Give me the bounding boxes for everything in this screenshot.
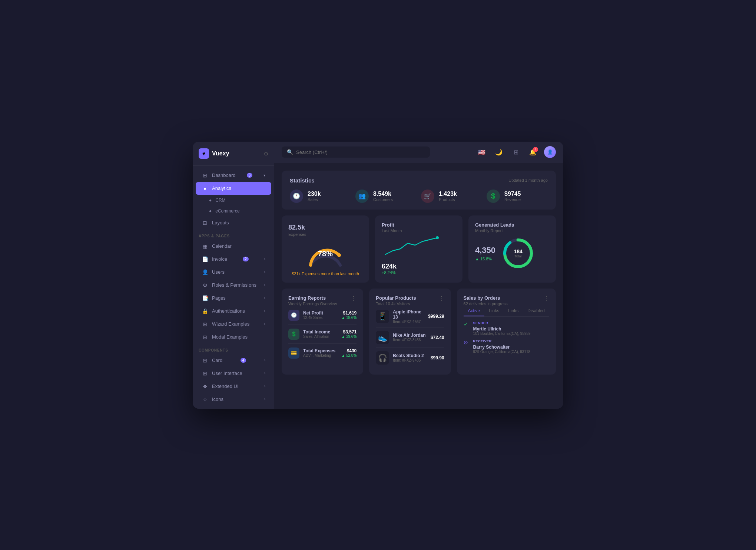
- dashboard-badge: 3: [247, 173, 253, 178]
- flag-icon[interactable]: 🇺🇸: [476, 146, 488, 158]
- sidebar-item-layouts[interactable]: ⊟ Layouts: [196, 217, 271, 229]
- products-menu-icon[interactable]: ⋮: [438, 295, 444, 302]
- header-actions: 🇺🇸 🌙 ⊞ 🔔 4 👤: [476, 146, 556, 158]
- popular-products-card: Popular Products Total 10.4k Visitors ⋮ …: [369, 289, 451, 375]
- stat-info: $9745 Revenue: [504, 191, 521, 202]
- chevron-right-icon: ›: [264, 270, 265, 274]
- stat-sales: 🕐 230k Sales: [290, 190, 351, 203]
- tab-active[interactable]: Active: [464, 306, 485, 316]
- statistics-updated: Updated 1 month ago: [508, 178, 548, 182]
- notification-icon[interactable]: 🔔 4: [527, 146, 539, 158]
- earning-expenses-icon: 💳: [288, 348, 299, 359]
- sidebar-item-card[interactable]: ⊟ Card 4 ›: [196, 354, 271, 367]
- product-info: Apple iPhone 13 Item: #FXZ-4567: [393, 309, 424, 324]
- grid-icon[interactable]: ⊞: [510, 146, 522, 158]
- earning-item-expenses: 💳 Total Expenses ADVT, Marketing $430 ▲ …: [288, 344, 357, 362]
- sender-address: 101 Boulder, California(CA), 95959: [473, 332, 531, 336]
- sender-label: SENDER: [473, 321, 531, 325]
- sales-title: Sales by Orders: [464, 295, 508, 301]
- sidebar-item-label: Icons: [212, 396, 223, 402]
- sidebar-item-modal[interactable]: ⊟ Modal Examples: [196, 331, 271, 343]
- sender-info: SENDER Myrtle Ullrich 101 Boulder, Calif…: [473, 321, 531, 336]
- sidebar-item-label: User Interface: [212, 370, 242, 376]
- header: 🔍 🇺🇸 🌙 ⊞ 🔔 4 👤: [274, 142, 563, 163]
- chevron-right-icon: ›: [264, 296, 265, 300]
- tab-disabled[interactable]: Disabled: [523, 306, 549, 316]
- chevron-right-icon: ›: [264, 384, 265, 388]
- sidebar-item-roles[interactable]: ⚙ Roles & Permissions ›: [196, 279, 271, 292]
- theme-toggle-icon[interactable]: 🌙: [493, 146, 505, 158]
- stat-value: 230k: [308, 191, 321, 197]
- sidebar-item-analytics[interactable]: ● Analytics: [196, 182, 271, 195]
- products-header: Popular Products Total 10.4k Visitors ⋮: [376, 295, 444, 306]
- gauge-container: 78%: [288, 241, 362, 267]
- content-area: Statistics Updated 1 month ago 🕐 230k Sa…: [274, 163, 563, 409]
- dot-icon: ●: [209, 208, 212, 214]
- svg-point-1: [436, 236, 439, 239]
- profit-change: +8.24%: [382, 270, 456, 275]
- users-icon: 👤: [202, 269, 208, 275]
- sidebar-item-ui[interactable]: ⊞ User Interface ›: [196, 367, 271, 380]
- earning-amount: $3,571: [341, 329, 357, 335]
- earning-subtitle: Weekly Earnings Overview: [288, 302, 337, 306]
- sidebar-item-label: eCommerce: [215, 208, 239, 214]
- card-badge: 4: [241, 358, 246, 363]
- leads-info: 4,350 ▲ 15.8%: [475, 246, 495, 261]
- product-price: $99.90: [431, 355, 444, 360]
- settings-icon[interactable]: ⊙: [264, 151, 268, 157]
- chevron-down-icon: ▾: [263, 173, 265, 177]
- search-bar[interactable]: 🔍: [282, 146, 430, 158]
- app-container: ♥ Vuexy ⊙ ⊞ Dashboard 3 ▾ ● Analytics ● …: [193, 142, 563, 409]
- icons-icon: ☆: [202, 396, 208, 402]
- layouts-icon: ⊟: [202, 220, 208, 226]
- receiver-label: RECEIVER: [473, 339, 531, 343]
- earning-menu-icon[interactable]: ⋮: [351, 295, 357, 302]
- card-icon: ⊟: [202, 358, 208, 363]
- earning-sub: 12.4k Sales: [303, 316, 323, 320]
- sidebar-item-label: Calendar: [212, 243, 232, 249]
- sidebar-item-label: Modal Examples: [212, 334, 248, 340]
- expenses-subtitle: Expenses: [288, 232, 362, 237]
- tab-links-2[interactable]: Links: [504, 306, 523, 316]
- search-input[interactable]: [296, 149, 425, 155]
- earning-amount-group: $3,571 ▲ 39.6%: [341, 329, 357, 339]
- sidebar-item-dashboard[interactable]: ⊞ Dashboard 3 ▾: [196, 169, 271, 182]
- sparkline-chart: [382, 236, 456, 260]
- bottom-row: Earning Reports Weekly Earnings Overview…: [282, 289, 556, 375]
- chevron-right-icon: ›: [264, 371, 265, 375]
- sidebar-item-icons[interactable]: ☆ Icons ›: [196, 393, 271, 406]
- section-label-forms: FORMS & TABLES: [193, 406, 274, 409]
- products-icon: 🛒: [421, 190, 434, 203]
- product-iphone-icon: 📱: [376, 310, 389, 323]
- sidebar-item-pages[interactable]: 📑 Pages ›: [196, 292, 271, 304]
- products-title: Popular Products: [376, 295, 416, 301]
- sidebar-item-invoice[interactable]: 📄 Invoice 2 ›: [196, 253, 271, 266]
- sidebar-item-auth[interactable]: 🔒 Authentications ›: [196, 305, 271, 317]
- earning-amount: $430: [341, 348, 357, 353]
- sidebar-item-wizard[interactable]: ⊞ Wizard Examples ›: [196, 318, 271, 330]
- chevron-right-icon: ›: [264, 322, 265, 326]
- sidebar-item-calendar[interactable]: ▦ Calendar: [196, 240, 271, 253]
- sidebar-item-label: Extended UI: [212, 383, 239, 389]
- stat-value: 1.423k: [439, 191, 457, 197]
- stat-revenue: 💲 $9745 Revenue: [487, 190, 548, 203]
- earning-change: ▲ 39.6%: [341, 335, 357, 339]
- tab-links-1[interactable]: Links: [484, 306, 504, 316]
- dashboard-icon: ⊞: [202, 172, 208, 178]
- sidebar-item-extended-ui[interactable]: ❖ Extended UI ›: [196, 380, 271, 393]
- product-nike: 👟 Nike Air Jordan Item: #FXZ-3456 $72.40: [376, 327, 444, 348]
- sidebar-item-label: Layouts: [212, 220, 229, 225]
- product-name: Beats Studio 2: [393, 353, 424, 358]
- sales-menu-icon[interactable]: ⋮: [543, 295, 549, 302]
- receiver-name: Barry Schowalter: [473, 345, 531, 350]
- sidebar-item-crm[interactable]: ● CRM: [196, 195, 271, 205]
- sidebar-item-ecommerce[interactable]: ● eCommerce: [196, 206, 271, 216]
- avatar[interactable]: 👤: [544, 146, 556, 158]
- receiver-info: RECEIVER Barry Schowalter 929 Orange, Ca…: [473, 339, 531, 354]
- leads-title: Generated Leads: [475, 222, 549, 228]
- receiver-row: ⊙ RECEIVER Barry Schowalter 929 Orange, …: [464, 339, 549, 354]
- sales-tabs: Active Links Links Disabled: [464, 306, 549, 317]
- wizard-icon: ⊞: [202, 321, 208, 327]
- invoice-badge: 2: [243, 257, 249, 261]
- sidebar-item-users[interactable]: 👤 Users ›: [196, 266, 271, 279]
